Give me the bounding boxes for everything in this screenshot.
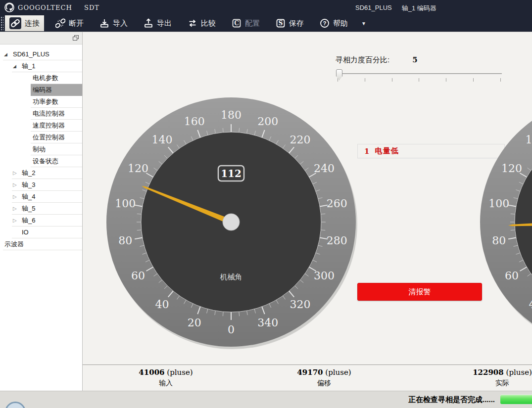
svg-text:?: ? [323,20,326,26]
toolbar-label: 导出 [157,19,172,28]
corner-logo-circle [5,402,26,408]
toolbar-label: 配置 [245,19,260,28]
export-button[interactable]: 导出 [139,15,176,31]
save-button[interactable]: S 保存 [271,15,308,31]
status-message: 正在检查寻相是否完成...... [408,395,495,405]
svg-text:280: 280 [327,234,347,247]
svg-text:40: 40 [155,298,169,311]
svg-text:120: 120 [501,162,522,175]
toolbar-label: 保存 [289,19,304,28]
svg-text:160: 160 [184,115,205,128]
svg-text:300: 300 [314,270,335,282]
tree-item-device-status[interactable]: 设备状态 [31,155,82,167]
tree-item-oscilloscope[interactable]: 示波器 [3,238,82,250]
collapse-arrow-icon[interactable]: ▷ [13,182,22,187]
question-circle-icon: ? [320,18,330,28]
connect-button[interactable]: 连接 [5,15,44,31]
import-button[interactable]: 导入 [95,15,132,31]
svg-text:100: 100 [488,197,509,210]
progress-bar [500,395,532,404]
pulse-unit: (pluse) [167,368,193,377]
phase-slider-track[interactable] [337,73,502,74]
tree-item-position-controller[interactable]: 位置控制器 [31,132,82,143]
toolbar-label: 断开 [69,19,84,28]
compare-arrows-icon [188,18,197,28]
help-button[interactable]: ? 帮助 [315,15,352,31]
letter-s-icon: S [276,18,286,28]
tree-item-speed-controller[interactable]: 速度控制器 [31,120,82,132]
toolbar-label: 导入 [113,19,128,28]
svg-text:180: 180 [221,109,242,121]
collapse-arrow-icon[interactable]: ▷ [13,194,22,199]
tree-item-axis-3[interactable]: ▷轴_3 [12,179,82,191]
gauge-caption: 机械角 [220,272,242,281]
collapse-arrow-icon[interactable]: ▷ [13,218,22,223]
svg-text:C: C [234,20,239,27]
pulse-unit: (pluse) [325,368,351,377]
svg-text:260: 260 [327,197,347,210]
svg-text:320: 320 [290,298,310,311]
expand-arrow-icon[interactable]: ◢ [13,64,22,69]
collapse-arrow-icon[interactable]: ▷ [13,170,22,176]
app-name: SDT [84,4,99,11]
clear-alarm-button[interactable]: 清报警 [357,283,482,301]
chain-link-icon [9,17,21,29]
title-bar: GOOGOLTECH SDT SD61_PLUS 轴_1 编码器 [0,0,532,15]
readout-actual: 122908 (pluse) 实际 [473,368,532,388]
main-toolbar: 连接 断开 导入 导 [0,15,532,32]
svg-text:S: S [279,20,283,27]
expand-arrow-icon[interactable]: ◢ [4,52,13,57]
undock-panel-icon[interactable] [73,35,79,41]
readout-input: 41006 (pluse) 输入 [139,368,193,388]
secondary-angle-gauge: 0204060801001201401601802002202402602803… [480,97,532,349]
brand-text: GOOGOLTECH [18,4,72,11]
readout-offset: 49170 (pluse) 偏移 [297,368,351,388]
toolbar-grip[interactable] [0,16,3,30]
context-page: 轴_1 编码器 [402,4,436,13]
toolbar-label: 连接 [25,19,40,28]
tree-item-axis-1[interactable]: ◢轴_1 [12,60,82,72]
phase-slider-ticks [338,78,501,82]
svg-text:0: 0 [228,323,235,336]
svg-text:120: 120 [128,162,148,175]
svg-text:200: 200 [257,115,278,128]
tree-item-axis-6[interactable]: ▷轴_6 [12,215,82,227]
import-tray-icon [99,18,109,28]
gauge-value: 112 [221,168,242,180]
tree-item-axis-2[interactable]: ▷轴_2 [12,167,82,179]
readout-label: 偏移 [297,379,351,388]
tree-item-motor-params[interactable]: 电机参数 [31,72,82,84]
tree-item-encoder[interactable]: 编码器 [31,84,82,96]
svg-text:100: 100 [115,197,136,210]
chain-broken-icon [55,18,65,28]
status-bar: 正在检查寻相是否完成...... [0,391,532,408]
svg-text:240: 240 [314,162,335,175]
collapse-arrow-icon[interactable]: ▷ [13,206,22,211]
phase-slider-labels: 寻相力度百分比: 5 [336,55,418,65]
disconnect-button[interactable]: 断开 [51,15,88,31]
toolbar-overflow-caret[interactable]: ▼ [361,21,366,26]
gauge-hub [223,214,240,230]
svg-text:340: 340 [257,317,278,329]
tree-item-brake[interactable]: 制动 [31,143,82,155]
toolbar-label: 比较 [201,19,216,28]
letter-c-icon: C [232,18,242,28]
main-panel: 寻相力度百分比: 5 1 电量低 02040608010012014016018… [83,32,532,391]
tree-item-sd61-plus[interactable]: ◢SD61_PLUS [3,48,82,60]
svg-text:60: 60 [131,270,145,282]
config-button[interactable]: C 配置 [227,15,264,31]
tree-item-current-controller[interactable]: 电流控制器 [31,108,82,120]
phase-slider-value: 5 [412,55,417,64]
tree-item-power-params[interactable]: 功率参数 [31,96,82,108]
sidebar-header [0,32,82,45]
googoltech-logo-icon [4,2,15,13]
tree-item-io[interactable]: IO [12,227,82,238]
tree-item-axis-4[interactable]: ▷轴_4 [12,191,82,203]
pulse-unit: (pluse) [506,368,532,377]
pulse-readouts: 41006 (pluse) 输入 49170 (pluse) 偏移 122908… [83,364,532,391]
compare-button[interactable]: 比较 [183,15,220,31]
context-device: SD61_PLUS [355,4,392,13]
tree-item-axis-5[interactable]: ▷轴_5 [12,203,82,215]
svg-text:140: 140 [152,134,173,146]
svg-text:60: 60 [505,270,519,282]
